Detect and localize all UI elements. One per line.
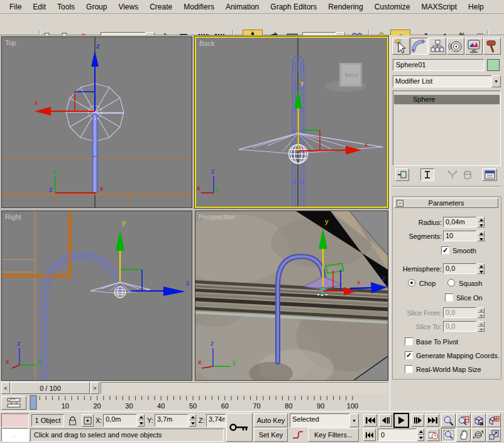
menu-maxscript[interactable]: MAXScript (415, 1, 463, 13)
tab-modify[interactable] (410, 38, 428, 55)
frame-spinner[interactable] (417, 429, 424, 441)
gizmo-z-label: z (186, 279, 190, 287)
real-world-map-checkbox[interactable] (405, 365, 413, 373)
x-coord-spinner[interactable] (138, 414, 145, 427)
y-coord-field[interactable]: 3,7m (155, 414, 189, 427)
key-mode-dropdown[interactable]: Selected ▼ (290, 413, 359, 427)
go-to-end-button[interactable] (425, 414, 439, 427)
absolute-offset-toggle[interactable] (82, 414, 94, 427)
selection-lock-toggle[interactable] (67, 414, 78, 427)
slice-on-checkbox[interactable] (445, 293, 453, 302)
base-to-pivot-checkbox[interactable] (405, 337, 413, 346)
show-end-result-button[interactable] (420, 168, 434, 181)
menu-group[interactable]: Group (80, 1, 112, 13)
viewport-right-canvas[interactable]: y z z x y (2, 211, 192, 380)
key-mode-toggle-button[interactable] (363, 429, 376, 441)
chop-radio-selected[interactable] (408, 279, 415, 287)
time-slider-track[interactable] (101, 382, 388, 394)
play-animation-button[interactable] (393, 413, 409, 428)
arc-rotate-button[interactable] (471, 428, 486, 442)
maxscript-listener-white[interactable]: , (1, 428, 29, 442)
viewport-perspective-canvas[interactable]: y x z z x y (195, 211, 388, 380)
modifier-list-dropdown[interactable]: Modifier List ▼ (393, 75, 501, 87)
viewport-right-label[interactable]: Right (5, 213, 21, 221)
next-frame-button[interactable] (411, 414, 424, 427)
parameters-rollout-header[interactable]: - Parameters (394, 198, 498, 208)
zoom-extents-all-button[interactable] (486, 413, 501, 427)
umbrella-handle-rightview[interactable] (2, 211, 123, 380)
pin-stack-button[interactable] (395, 168, 409, 181)
time-slider-prev-button[interactable]: < (1, 382, 10, 394)
menu-rendering[interactable]: Rendering (322, 1, 368, 13)
set-keys-button[interactable] (226, 413, 253, 442)
previous-frame-button[interactable] (379, 414, 392, 427)
time-configuration-button[interactable] (427, 429, 439, 441)
menu-create[interactable]: Create (144, 1, 178, 13)
key-filters-button[interactable]: Key Filters... (308, 428, 359, 442)
viewport-perspective[interactable]: Perspective (195, 211, 388, 381)
menu-customize[interactable]: Customize (369, 1, 416, 13)
viewport-right[interactable]: Right (1, 211, 192, 381)
umbrella-handle-topview[interactable] (92, 114, 97, 193)
radius-spinner[interactable] (478, 217, 485, 227)
stack-item-sphere-selected[interactable]: Sphere (394, 95, 500, 104)
min-max-toggle-button[interactable] (486, 428, 501, 442)
segments-spinner[interactable] (478, 231, 485, 241)
track-bar-frame-indicator[interactable] (30, 396, 36, 410)
viewport-perspective-label[interactable]: Perspective (199, 213, 234, 221)
pan-button[interactable] (456, 428, 471, 442)
hemisphere-spinner[interactable] (478, 263, 485, 274)
current-frame-field[interactable]: 0 (378, 429, 417, 441)
tab-display[interactable] (465, 38, 483, 55)
menu-graph-editors[interactable]: Graph Editors (265, 1, 322, 13)
tab-utilities[interactable] (483, 38, 501, 55)
open-mini-curve-editor-button[interactable] (1, 396, 26, 410)
viewport-top-canvas[interactable]: z x y z x (2, 37, 192, 207)
go-to-start-button[interactable] (363, 414, 377, 427)
configure-modifier-sets-button[interactable] (482, 168, 497, 181)
object-name-field[interactable]: Sphere01 (393, 59, 485, 71)
hemisphere-field[interactable]: 0,0 (443, 263, 476, 274)
squash-label: Squash (459, 280, 482, 287)
viewport-top-label[interactable]: Top (5, 39, 16, 46)
move-gizmo-top[interactable]: z x (35, 42, 100, 116)
menu-modifiers[interactable]: Modifiers (178, 1, 220, 13)
menu-help[interactable]: Help (463, 1, 490, 13)
object-color-swatch[interactable] (487, 59, 500, 71)
menu-tools[interactable]: Tools (52, 1, 80, 13)
region-zoom-button-active[interactable] (441, 428, 456, 442)
modifier-stack[interactable]: Sphere (393, 90, 501, 166)
viewport-back-label[interactable]: Back (199, 40, 214, 47)
viewport-back-canvas[interactable]: BACK (196, 38, 387, 207)
generate-mapping-checkbox-checked[interactable]: ✓ (405, 351, 413, 359)
menu-views[interactable]: Views (112, 1, 144, 13)
zoom-button[interactable] (441, 413, 456, 427)
timeline-ruler[interactable]: 0102030405060708090100 (28, 395, 389, 411)
dropdown-arrow-icon[interactable]: ▼ (349, 413, 359, 427)
viewport-back-active[interactable]: Back BACK (195, 36, 388, 208)
y-coord-spinner[interactable] (189, 414, 196, 427)
z-coord-field[interactable]: 3,74m (206, 414, 226, 427)
viewport-top[interactable]: Top (1, 36, 192, 208)
set-key-button[interactable]: Set Key (254, 428, 288, 442)
zoom-all-button[interactable] (456, 413, 471, 427)
x-coord-field[interactable]: 0,0m (103, 414, 137, 427)
time-slider-next-button[interactable]: > (90, 382, 99, 394)
auto-key-button[interactable]: Auto Key (254, 413, 288, 427)
rollout-collapse-icon[interactable]: - (397, 200, 403, 207)
radius-field[interactable]: 0,04m (443, 217, 476, 227)
zoom-extents-button[interactable] (471, 413, 486, 427)
menu-edit[interactable]: Edit (27, 1, 52, 13)
menu-file[interactable]: File (4, 1, 27, 13)
squash-radio[interactable] (447, 279, 455, 287)
segments-field[interactable]: 10 (443, 231, 476, 241)
menu-animation[interactable]: Animation (220, 1, 265, 13)
time-slider-handle[interactable]: 0 / 100 (11, 382, 90, 394)
smooth-checkbox-checked[interactable]: ✓ (441, 246, 449, 254)
maxscript-listener-pink[interactable] (1, 413, 29, 427)
dropdown-arrow-icon[interactable]: ▼ (491, 75, 501, 87)
default-in-out-tangent-button[interactable] (290, 428, 306, 442)
tab-create[interactable] (392, 38, 410, 55)
tab-motion[interactable] (447, 38, 464, 55)
tab-hierarchy[interactable] (429, 38, 446, 55)
